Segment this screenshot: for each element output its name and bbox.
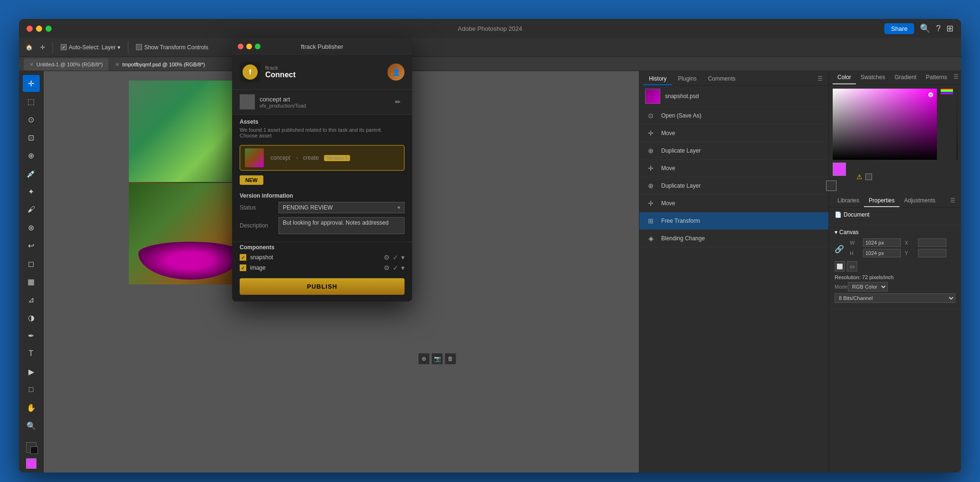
canvas-tool-1[interactable]: ⊕ [418,353,430,364]
snapshot-check-icon[interactable]: ✓ [393,254,398,261]
move-tool-btn[interactable]: ✛ [23,75,40,92]
foreground-color-swatch[interactable] [833,163,846,176]
history-item-move-3[interactable]: ✛ Move [639,195,828,212]
properties-menu-icon[interactable]: ☰ [948,195,957,207]
task-edit-button[interactable]: ✏ [391,95,405,109]
brush-tool[interactable]: 🖌 [23,201,40,218]
tab-close-untitled[interactable]: ✕ [29,62,34,68]
hue-slider[interactable] [941,89,953,94]
image-gear-icon[interactable]: ⚙ [384,264,390,272]
auto-select-dropdown-icon[interactable]: ▾ [117,44,120,51]
background-color-swatch[interactable] [826,181,836,191]
tab-history[interactable]: History [643,73,672,85]
portrait-icon[interactable]: ⬜ [835,261,845,272]
width-input[interactable] [863,238,901,247]
search-icon[interactable]: 🔍 [920,23,930,34]
move-tool[interactable]: ✛ [38,43,47,52]
panel-menu-icon[interactable]: ☰ [816,73,825,85]
gradient-tool[interactable]: ▦ [23,273,40,290]
snapshot-gear-icon[interactable]: ⚙ [384,254,390,261]
lasso-tool[interactable]: ⊙ [23,111,40,128]
publish-button[interactable]: PUBLISH [240,278,405,295]
home-button[interactable]: 🏠 [24,43,35,52]
new-badge[interactable]: NEW [240,175,263,185]
healing-brush-tool[interactable]: ✦ [23,183,40,200]
text-tool[interactable]: T [23,345,40,362]
hand-tool[interactable]: ✋ [23,399,40,416]
minimize-button[interactable] [36,26,42,32]
canvas-tool-3[interactable]: 🗑 [445,353,456,364]
object-select-tool[interactable]: ⊡ [23,129,40,146]
y-input[interactable] [918,249,946,257]
tab-tmpotf[interactable]: ✕ tmpotfbyqmf.psd @ 100% (RGB/8*) [109,58,210,71]
color-gradient-picker[interactable] [833,89,937,160]
history-brush-tool[interactable]: ↩ [23,237,40,254]
history-item-move-2[interactable]: ✛ Move [639,160,828,177]
history-panel: History Plugins Comments ☰ snapshot.psd … [639,71,828,473]
tab-plugins[interactable]: Plugins [672,73,702,85]
status-row: Status PENDING REVIEW ▾ [240,202,405,213]
tab-swatches[interactable]: Swatches [856,71,890,84]
tab-untitled[interactable]: ✕ Untitled-1 @ 100% (RGB/8*) [24,58,108,71]
dialog-close-button[interactable] [238,44,243,49]
fullscreen-button[interactable] [45,26,52,32]
asset-row[interactable]: concept - create Version 3 [240,145,405,171]
share-button[interactable]: Share [884,23,914,34]
snapshot-chevron-icon[interactable]: ▾ [401,254,405,261]
auto-select-check[interactable] [61,44,67,50]
history-item-blending[interactable]: ◈ Blending Change [639,230,828,247]
transform-check[interactable] [136,44,142,50]
history-item-move-1[interactable]: ✛ Move [639,125,828,142]
history-item-snapshot[interactable]: snapshot.psd [639,86,828,107]
dialog-fullscreen-button[interactable] [255,44,261,49]
tab-patterns[interactable]: Patterns [921,71,952,84]
tab-close-tmpotf[interactable]: ✕ [115,62,119,68]
canvas-tool-2[interactable]: 📷 [432,353,443,364]
help-icon[interactable]: ? [936,24,941,34]
blur-tool[interactable]: ⊿ [23,291,40,308]
rectangular-marquee-tool[interactable]: ⬚ [23,93,40,110]
x-input[interactable] [918,238,946,247]
image-chevron-icon[interactable]: ▾ [401,264,405,272]
collapse-icon[interactable]: ▾ [835,229,837,236]
eraser-tool[interactable]: ◻ [23,255,40,272]
description-textarea[interactable]: But looking for approval. Notes addresse… [279,217,405,234]
color-picker-dot[interactable] [928,92,933,97]
history-item-open[interactable]: ⊙ Open (Save As) [639,107,828,125]
clone-stamp-tool[interactable]: ⊛ [23,219,40,236]
landscape-icon[interactable]: ▭ [847,261,857,272]
tab-color[interactable]: Color [833,71,856,84]
tab-properties[interactable]: Properties [864,195,899,207]
dodge-tool[interactable]: ◑ [23,309,40,326]
crop-tool[interactable]: ⊕ [23,147,40,164]
snapshot-checkbox[interactable]: ✓ [240,254,246,261]
history-item-duplicate-1[interactable]: ⊕ Duplicate Layer [639,142,828,160]
path-selection-tool[interactable]: ▶ [23,363,40,380]
close-button[interactable] [27,26,33,32]
status-dropdown-icon[interactable]: ▾ [397,204,400,211]
shape-tool[interactable]: □ [23,381,40,398]
tab-adjustments[interactable]: Adjustments [899,195,940,207]
workspace-icon[interactable]: ⊞ [946,23,953,34]
dialog-minimize-button[interactable] [246,44,252,49]
height-input[interactable] [863,249,901,257]
auto-select-checkbox[interactable]: Auto-Select: Layer ▾ [59,43,122,52]
opacity-slider[interactable] [957,89,957,160]
eyedropper-tool[interactable]: 💉 [23,165,40,182]
pen-tool[interactable]: ✒ [23,327,40,344]
image-check-icon[interactable]: ✓ [393,264,398,272]
status-dropdown[interactable]: PENDING REVIEW ▾ [279,202,405,213]
mode-select[interactable]: RGB Color [848,282,888,291]
link-icon[interactable]: 🔗 [835,245,844,254]
tab-comments[interactable]: Comments [702,73,741,85]
history-item-free-transform[interactable]: ⊞ Free Transform [639,212,828,230]
show-transform-controls[interactable]: Show Transform Controls [134,43,210,52]
component-image: ✓ image ⚙ ✓ ▾ [240,264,405,272]
zoom-tool[interactable]: 🔍 [23,417,40,434]
bits-select[interactable]: 8 Bits/Channel [835,293,955,303]
tab-libraries[interactable]: Libraries [833,195,864,207]
history-item-duplicate-2[interactable]: ⊕ Duplicate Layer [639,177,828,195]
color-panel-menu-icon[interactable]: ☰ [952,71,961,84]
tab-gradient[interactable]: Gradient [890,71,921,84]
image-checkbox[interactable]: ✓ [240,264,246,271]
